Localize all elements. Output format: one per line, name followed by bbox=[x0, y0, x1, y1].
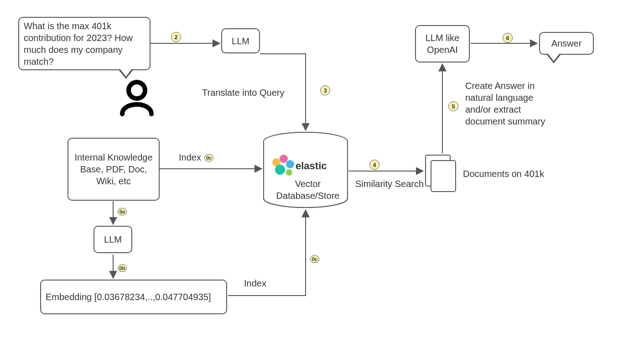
step-badge-6: 6 bbox=[503, 33, 513, 43]
elastic-logo-icon bbox=[272, 155, 294, 176]
vector-db-name: elastic bbox=[296, 160, 327, 173]
user-icon bbox=[122, 82, 151, 114]
knowledge-base-text: Internal Knowledge Base, PDF, Doc, Wiki,… bbox=[73, 151, 154, 187]
create-answer-label: Create Answer in natural language and/or… bbox=[465, 80, 561, 127]
speech-tail-icon bbox=[119, 70, 133, 79]
answer-text: Answer bbox=[551, 37, 582, 49]
speech-tail-icon bbox=[546, 54, 561, 63]
knowledge-base-box: Internal Knowledge Base, PDF, Doc, Wiki,… bbox=[68, 138, 160, 201]
index-label-bottom: Index bbox=[244, 277, 266, 289]
documents-label: Documents on 401k bbox=[463, 168, 544, 180]
step-badge-0a: 0a bbox=[118, 208, 127, 215]
svg-point-1 bbox=[264, 132, 348, 151]
svg-rect-8 bbox=[431, 161, 456, 192]
step-badge-0c-bottom: 0c bbox=[310, 255, 319, 263]
svg-point-0 bbox=[129, 82, 145, 99]
svg-point-2 bbox=[272, 158, 280, 166]
translate-label: Translate into Query bbox=[202, 87, 284, 99]
svg-point-5 bbox=[275, 165, 285, 175]
svg-point-6 bbox=[286, 169, 292, 176]
similarity-search-label: Similarity Search bbox=[355, 178, 424, 190]
step-badge-3: 3 bbox=[320, 85, 330, 95]
step-badge-0c-top: 0c bbox=[204, 154, 213, 161]
llm-openai-text: LLM like OpenAI bbox=[421, 32, 464, 56]
embedding-text: Embedding [0.03678234,..,0.047704935] bbox=[46, 291, 211, 303]
step-badge-0b: 0b bbox=[118, 265, 127, 272]
llm1-label: LLM bbox=[232, 35, 249, 47]
step-badge-4: 4 bbox=[369, 160, 379, 170]
user-question-text: What is the max 401k contribution for 20… bbox=[24, 20, 145, 68]
step-badge-2: 2 bbox=[171, 32, 181, 42]
vector-db-sub: Vector Database/Store bbox=[276, 178, 340, 202]
llm-box-2: LLM bbox=[93, 226, 132, 253]
llm2-label: LLM bbox=[104, 234, 122, 245]
documents-icon bbox=[426, 155, 456, 192]
svg-point-4 bbox=[286, 160, 294, 168]
user-question-bubble: What is the max 401k contribution for 20… bbox=[18, 17, 151, 70]
step-badge-5: 5 bbox=[448, 101, 458, 111]
llm-openai-box: LLM like OpenAI bbox=[415, 25, 470, 62]
llm-box-1: LLM bbox=[221, 28, 260, 53]
svg-point-3 bbox=[280, 155, 288, 163]
embedding-box: Embedding [0.03678234,..,0.047704935] bbox=[40, 280, 227, 314]
svg-rect-7 bbox=[426, 155, 450, 186]
answer-bubble: Answer bbox=[539, 32, 594, 55]
index-label-top: Index bbox=[179, 151, 201, 163]
